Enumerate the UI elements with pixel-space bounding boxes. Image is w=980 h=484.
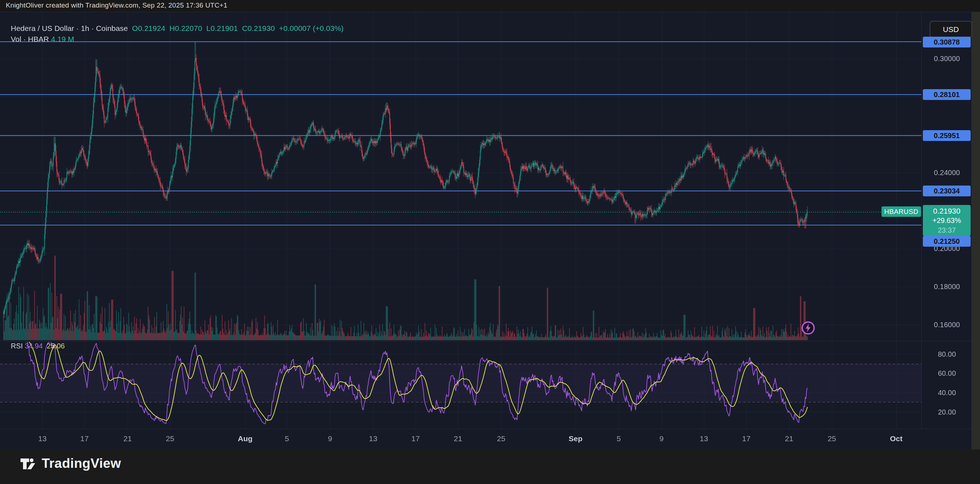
ohlc-item: H0.22070 — [169, 24, 206, 32]
symbol-price-label: HBARUSD — [881, 206, 921, 217]
price-scale-label: 0.16000 — [923, 321, 971, 329]
tradingview-snapshot: KnightOliver created with TradingView.co… — [0, 0, 980, 484]
tradingview-logo-icon[interactable] — [20, 458, 40, 476]
time-tick: 25 — [827, 435, 836, 443]
time-tick: 25 — [497, 435, 505, 443]
time-tick: 17 — [742, 435, 750, 443]
symbol-title[interactable]: Hedera / US Dollar · 1h · Coinbase — [11, 24, 128, 32]
symbol-legend[interactable]: Hedera / US Dollar · 1h · Coinbase O0.21… — [11, 24, 344, 33]
time-tick: 9 — [659, 435, 663, 443]
price-scale-label: 20.00 — [923, 408, 971, 416]
time-tick: 21 — [123, 435, 132, 443]
time-tick: 13 — [38, 435, 46, 443]
current-price: 0.21930 — [933, 206, 961, 216]
time-tick: 5 — [285, 435, 289, 443]
volume-label: Vol · HBAR — [11, 35, 49, 43]
snapshot-footer: TradingView — [0, 449, 980, 484]
time-tick-month: Aug — [238, 435, 253, 443]
tradingview-brand-text[interactable]: TradingView — [42, 456, 121, 471]
rsi-label[interactable]: RSI — [11, 342, 23, 350]
time-tick: 21 — [454, 435, 462, 443]
chart-widget: Hedera / US Dollar · 1h · Coinbase O0.21… — [0, 12, 980, 449]
time-tick: 13 — [700, 435, 708, 443]
ohlc-item: C0.21930 — [242, 24, 279, 32]
level-price-badge: 0.23034 — [923, 186, 970, 196]
flash-icon[interactable] — [800, 320, 816, 336]
ohlc-values: O0.21924 H0.22070 L0.21901 C0.21930 — [128, 24, 279, 32]
price-scale-label: 0.18000 — [923, 283, 971, 291]
ohlc-item: L0.21901 — [206, 24, 242, 32]
time-tick-month: Sep — [569, 435, 583, 443]
price-scale-label: 60.00 — [923, 369, 971, 377]
volume-value: 4.19 M — [51, 35, 74, 43]
snapshot-header: KnightOliver created with TradingView.co… — [0, 0, 980, 12]
right-gutter — [971, 12, 980, 449]
session-change: +29.63% — [932, 216, 961, 226]
time-tick: 13 — [369, 435, 377, 443]
time-tick: 9 — [328, 435, 332, 443]
volume-legend[interactable]: Vol · HBAR 4.19 M — [11, 35, 74, 43]
time-tick: 21 — [785, 435, 793, 443]
time-tick: 25 — [166, 435, 174, 443]
ohlc-item: O0.21924 — [132, 24, 169, 32]
current-price-badge: 0.21930 +29.63% 23:37 — [923, 205, 970, 236]
chart-canvas[interactable] — [0, 12, 980, 449]
time-tick: 17 — [411, 435, 420, 443]
change-value: +0.00007 (+0.03%) — [279, 24, 344, 32]
bar-countdown: 23:37 — [937, 226, 956, 235]
currency-toggle-button[interactable]: USD — [930, 21, 972, 38]
price-scale-label: 0.30000 — [923, 55, 971, 63]
attribution-text: KnightOliver created with TradingView.co… — [6, 2, 228, 10]
rsi-legend[interactable]: RSI 34.94 25.06 — [11, 342, 65, 350]
rsi-ma-value: 25.06 — [47, 342, 65, 350]
price-scale-label: 0.24000 — [923, 169, 971, 177]
price-scale-label: 80.00 — [923, 350, 971, 358]
level-price-badge: 0.25951 — [923, 130, 970, 141]
time-tick: 17 — [80, 435, 88, 443]
rsi-value: 34.94 — [25, 342, 43, 350]
time-tick: 5 — [617, 435, 621, 443]
level-price-badge: 0.28101 — [923, 89, 970, 100]
time-tick-month: Oct — [890, 435, 902, 443]
level-price-badge: 0.21250 — [923, 236, 970, 247]
level-price-badge: 0.30878 — [923, 37, 970, 48]
price-scale-label: 40.00 — [923, 389, 971, 397]
